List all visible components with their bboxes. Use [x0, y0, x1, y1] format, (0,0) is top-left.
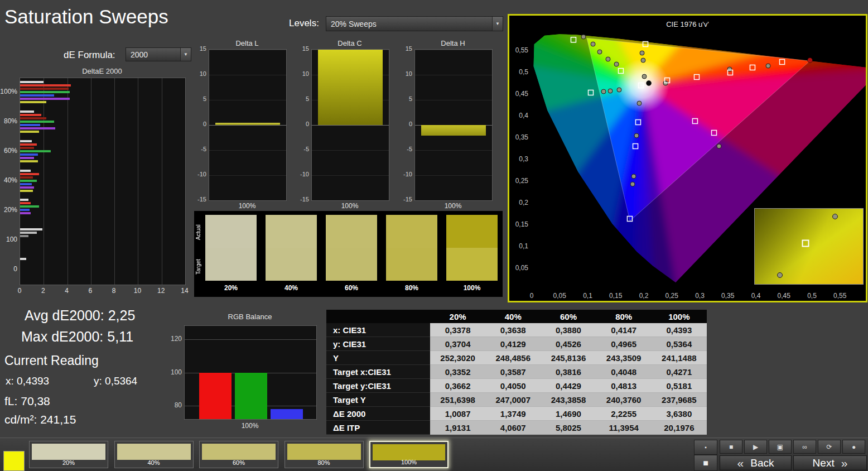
patch-window-small-button[interactable]: ▪ [694, 440, 717, 455]
de-bar [20, 235, 28, 237]
x-tick-label: 0,55 [833, 292, 847, 300]
table-cell: 0,3704 [430, 337, 485, 351]
table-row: Y252,3020248,4856245,8136243,3509241,148… [326, 351, 707, 365]
y-tick-label: 0,35 [515, 133, 529, 141]
measured-point [597, 50, 602, 54]
table-cell: 237,9685 [652, 393, 707, 407]
table-row-label: ΔE 2000 [326, 407, 430, 421]
de-formula-dropdown[interactable]: 2000 ▼ [126, 47, 191, 61]
frame-button[interactable]: ▣ [769, 440, 792, 454]
patch-button-100%[interactable]: 100% [369, 441, 449, 468]
delta-bar [215, 123, 280, 125]
y-tick-label: 0,5 [519, 68, 528, 76]
swatch-label: 40% [266, 284, 317, 292]
chevron-down-icon: ▼ [492, 17, 503, 31]
target-swatch [446, 248, 498, 281]
y-tick-label: -10 [403, 171, 412, 177]
play-icon: ▶ [753, 443, 758, 451]
de-bar [20, 173, 39, 175]
measured-point [642, 74, 647, 79]
de-bar [20, 94, 54, 97]
de-bar [20, 170, 31, 172]
inset-target-point [802, 240, 809, 247]
delta-h-y-axis: 151050-5-10-15 [400, 49, 413, 200]
x-value: 0,4393 [17, 375, 49, 387]
status-button[interactable]: ● [842, 440, 865, 454]
gridline [185, 339, 316, 340]
y-tick-label: 20% [4, 206, 17, 214]
table-cell: 0,3816 [541, 365, 596, 379]
play-button[interactable]: ▶ [744, 440, 767, 454]
swatch-label: 100% [446, 284, 498, 292]
patch-button-80%[interactable]: 80% [284, 441, 364, 468]
levels-value: 20% Sweeps [326, 20, 492, 28]
actual-swatch [386, 215, 437, 248]
table-cell: 0,4048 [596, 365, 652, 379]
patch-button-40%[interactable]: 40% [114, 441, 194, 468]
table-row: y: CIE310,37040,41290,45260,49650,5364 [326, 337, 707, 351]
back-button[interactable]: « Back [720, 455, 792, 470]
loop-button[interactable]: ∞ [793, 440, 816, 454]
y-tick-label: 0,4 [519, 112, 528, 119]
stop-button[interactable]: ■ [720, 440, 742, 454]
table-cell: 20,1976 [652, 421, 707, 435]
next-button[interactable]: Next » [793, 455, 867, 470]
delta-bar [421, 125, 486, 136]
table-row-label: Target x:CIE31 [326, 365, 430, 379]
x-label: x: [6, 375, 14, 387]
swatch-column: 60% [326, 215, 377, 293]
delta-c-chart [311, 49, 389, 201]
x-tick-label: 0,15 [609, 292, 623, 300]
de-bar [20, 180, 37, 182]
levels-dropdown[interactable]: 20% Sweeps ▼ [326, 16, 503, 31]
table-cell: 4,0607 [485, 421, 541, 435]
de-bar [20, 258, 26, 260]
y-tick-label: 10 [406, 70, 412, 77]
back-label: Back [750, 457, 774, 469]
swatch-column: 80% [386, 215, 437, 293]
deltae-chart-panel: DeltaE 2000 100%80%60%40%20%1000 0246810… [1, 67, 186, 298]
patch-window-button[interactable]: ■ [694, 455, 717, 471]
patch-swatch [287, 444, 361, 460]
patch-button-60%[interactable]: 60% [199, 441, 278, 468]
delta-c-panel: Delta C 151050-5-10-15 100% [296, 39, 392, 214]
y-tick-label: 0,3 [519, 155, 528, 163]
target-swatch [205, 248, 257, 281]
swatch-column: 100% [446, 215, 498, 293]
table-cell: 0,4129 [485, 337, 541, 351]
x-tick-label: 0 [530, 292, 534, 300]
gridline [209, 175, 286, 176]
table-cell: 241,1488 [652, 351, 707, 365]
de-bar [20, 176, 33, 179]
patch-button-20%[interactable]: 20% [29, 441, 108, 468]
de-bar [20, 110, 34, 113]
rgb-balance-x-label: 100% [184, 422, 316, 430]
y-tick-label: 100% [0, 88, 17, 95]
table-col-header: 60% [541, 310, 596, 323]
de-bar [20, 202, 31, 204]
refresh-button[interactable]: ⟳ [818, 440, 841, 454]
actual-swatch [446, 215, 498, 248]
gridline [415, 200, 492, 201]
table-cell: 240,3760 [596, 393, 652, 407]
y-tick-label: 5 [306, 95, 309, 102]
y-tick-label: 0,15 [515, 220, 529, 228]
measured-point [631, 174, 636, 179]
gridline [312, 200, 389, 201]
cie-inset-zoom [754, 208, 864, 285]
max-de-value: 5,11 [107, 329, 133, 344]
delta-h-x-label: 100% [414, 202, 491, 210]
y-tick-label: 0 [409, 121, 412, 127]
gridline [312, 175, 389, 176]
table-row: Target y:CIE310,36620,40500,44290,48130,… [326, 379, 707, 393]
y-tick-label: -5 [303, 146, 309, 152]
gridline [415, 175, 492, 176]
delta-bar [318, 50, 383, 125]
table-row: ΔE ITP1,91314,06075,802511,395420,1976 [326, 421, 707, 435]
swatch-comparison-panel: Actual Target 20%40%60%80%100% [194, 211, 503, 297]
de-bar [20, 124, 40, 126]
y-tick-label: -15 [197, 196, 206, 203]
y-tick-label: -5 [201, 146, 206, 152]
patch-label: 20% [30, 459, 108, 466]
table-row-label: Target y:CIE31 [326, 379, 430, 393]
